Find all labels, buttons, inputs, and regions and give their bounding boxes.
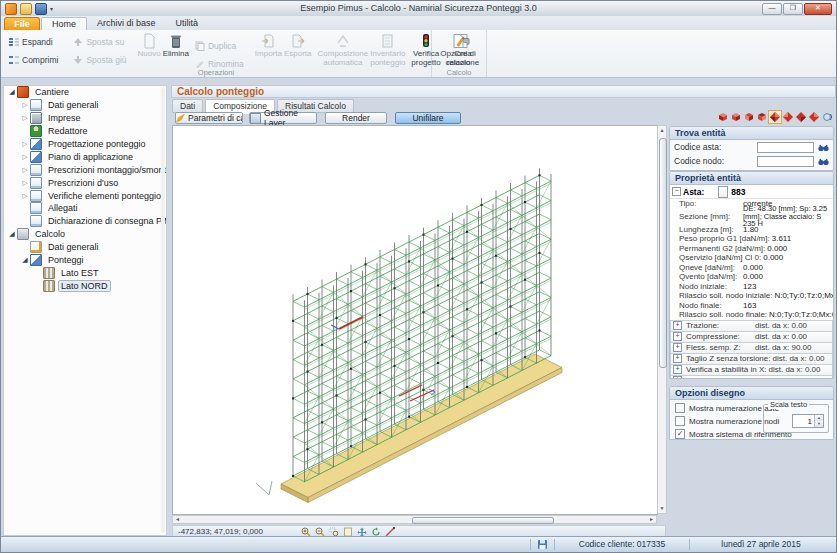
importa-button[interactable]: Importa	[254, 32, 283, 59]
composizione-automatica-button[interactable]: Composizione automatica	[317, 32, 370, 67]
tree-expander-icon[interactable]: ▷	[20, 153, 30, 161]
vertical-scrollbar[interactable]: ▲ ▼	[657, 125, 667, 514]
comprimi-button[interactable]: Comprimi	[5, 52, 62, 68]
elimina-button[interactable]: Elimina	[162, 32, 190, 59]
tree-expander-icon[interactable]: ▷	[20, 166, 30, 174]
tree-expander-icon[interactable]: ◢	[7, 230, 17, 238]
sposta-su-button[interactable]: Sposta su	[69, 34, 130, 50]
tab-dati[interactable]: Dati	[172, 99, 203, 113]
tab-utilita[interactable]: Utilità	[166, 17, 209, 30]
property-row[interactable]: Qneve [daN/m]:0.000	[670, 263, 833, 273]
tab-archivi-di-base[interactable]: Archivi di base	[87, 17, 166, 30]
codice-asta-input[interactable]	[757, 142, 814, 153]
search-binoculars-icon[interactable]	[818, 157, 829, 166]
tree-item-dichiarazione-di-consegna-pimus[interactable]: Dichiarazione di consegna PiMUS	[4, 215, 166, 228]
tree-item-prescrizioni-montaggio-smontaggio[interactable]: ▷Prescrizioni montaggio/smontaggio	[4, 163, 166, 176]
render-button[interactable]: Render	[325, 112, 387, 124]
property-row[interactable]: Rilascio soll. nodo iniziale:N:0;Ty:0;Tz…	[670, 291, 833, 301]
verification-row[interactable]: +Verifica a stabilità in X:dist. da x: 0…	[670, 365, 833, 376]
tree-item-calcolo[interactable]: ◢Calcolo	[4, 228, 166, 241]
verification-row[interactable]: +Fless. semp. Z:dist. da x: 90.00	[670, 343, 833, 354]
verification-row[interactable]: +Verifica a stabilità in Y:dist. da x: 0…	[670, 376, 833, 380]
drawing-canvas[interactable]	[172, 125, 658, 515]
tree-expander-icon[interactable]: ▷	[20, 140, 30, 148]
tree-expander-icon[interactable]: ◢	[7, 88, 17, 96]
expand-expander-icon[interactable]: +	[673, 321, 682, 330]
codice-nodo-input[interactable]	[757, 156, 814, 167]
scroll-right-icon[interactable]: ►	[647, 516, 656, 523]
zoom-in-icon[interactable]	[301, 527, 311, 537]
zoom-extents-icon[interactable]	[343, 527, 353, 537]
expand-expander-icon[interactable]: +	[673, 332, 682, 341]
view-cube-icon-3[interactable]	[743, 111, 755, 123]
checkbox-icon[interactable]	[675, 403, 685, 413]
expand-expander-icon[interactable]: +	[673, 343, 682, 352]
tab-home[interactable]: Home	[41, 17, 87, 30]
checkbox-checked-icon[interactable]: ✓	[675, 429, 685, 439]
property-row[interactable]: Permanenti G2 [daN/m]:0.000	[670, 244, 833, 254]
maximize-button[interactable]: ❐	[783, 3, 803, 15]
scroll-up-icon[interactable]: ▲	[658, 126, 666, 135]
property-row[interactable]: Qservizio [daN/m] Cl 0:0.000	[670, 253, 833, 263]
property-row[interactable]: Peso proprio G1 [daN/m]:3.611	[670, 234, 833, 244]
quick-access-dropdown-icon[interactable]: ▾	[50, 4, 53, 14]
view-cube-icon-4[interactable]	[756, 111, 768, 123]
horizontal-scrollbar[interactable]: ◄ ►	[172, 515, 657, 524]
close-button[interactable]: ✕	[804, 3, 832, 15]
view-diamond-icon-4[interactable]	[808, 111, 820, 123]
esporta-button[interactable]: Esporta	[283, 32, 313, 59]
rotate-view-icon[interactable]	[371, 527, 381, 537]
espandi-button[interactable]: Espandi	[5, 34, 62, 50]
tree-item-lato-nord[interactable]: Lato NORD	[4, 279, 166, 292]
property-row[interactable]: Qvento [daN/m]:0.000	[670, 272, 833, 282]
expand-expander-icon[interactable]: +	[673, 365, 682, 374]
gestione-layer-button[interactable]: Gestione Layer	[249, 112, 317, 124]
parametri-di-calcolo-button[interactable]: Parametri di calcolo	[175, 112, 243, 124]
sposta-giu-button[interactable]: Sposta giù	[69, 52, 130, 68]
file-tab[interactable]: File	[4, 17, 40, 31]
verification-row[interactable]: +Compressione:dist. da x: 0.00	[670, 332, 833, 343]
minimize-button[interactable]: —	[762, 3, 782, 15]
tree-expander-icon[interactable]: ▷	[20, 192, 30, 200]
view-diamond-icon-3[interactable]	[795, 111, 807, 123]
entity-row[interactable]: − Asta: 883	[670, 185, 833, 199]
view-cube-icon-2[interactable]	[730, 111, 742, 123]
inventario-ponteggio-button[interactable]: Inventario ponteggio	[369, 32, 406, 67]
property-row[interactable]: Sezione [mm]:DE: 48.30 [mm]; Sp: 3.25 [m…	[670, 209, 833, 225]
tree-item-progettazione-ponteggio[interactable]: ▷Progettazione ponteggio	[4, 138, 166, 151]
expand-expander-icon[interactable]: +	[673, 354, 682, 363]
tree-expander-icon[interactable]: ▷	[20, 101, 30, 109]
pan-icon[interactable]	[357, 527, 367, 537]
property-row[interactable]: Nodo iniziale:123	[670, 282, 833, 292]
horizontal-scroll-thumb[interactable]	[412, 517, 554, 524]
tree-item-cantiere[interactable]: ◢Cantiere	[4, 86, 166, 99]
tree-item-imprese[interactable]: ▷Imprese	[4, 112, 166, 125]
duplica-button[interactable]: Duplica	[191, 38, 248, 54]
tree-item-dati-generali[interactable]: Dati generali	[4, 241, 166, 254]
view-rotate-3d-icon[interactable]	[821, 111, 833, 123]
tree-item-verifiche-elementi-ponteggio[interactable]: ▷Verifiche elementi ponteggio	[4, 189, 166, 202]
tree-item-lato-est[interactable]: Lato EST	[4, 266, 166, 279]
tree-item-redattore[interactable]: Redattore	[4, 125, 166, 138]
spin-down-icon[interactable]: ▼	[815, 421, 823, 427]
app-icon[interactable]	[5, 3, 17, 15]
verification-row[interactable]: +Taglio Z senza torsione:dist. da x: 0.0…	[670, 354, 833, 365]
tree-expander-icon[interactable]: ▷	[20, 179, 30, 187]
view-diamond-icon-2[interactable]	[782, 111, 794, 123]
tree-item-ponteggi[interactable]: ◢Ponteggi	[4, 254, 166, 267]
open-icon[interactable]	[20, 3, 32, 15]
scroll-down-icon[interactable]: ▼	[658, 504, 666, 513]
scroll-left-icon[interactable]: ◄	[173, 516, 182, 523]
tree-item-piano-di-applicazione[interactable]: ▷Piano di applicazione	[4, 150, 166, 163]
zoom-out-icon[interactable]	[315, 527, 325, 537]
opzioni-di-calcolo-button[interactable]: Opzioni di calcolo	[435, 32, 481, 67]
tree-item-prescrizioni-d-uso[interactable]: ▷Prescrizioni d'uso	[4, 176, 166, 189]
tree-expander-icon[interactable]: ▷	[20, 114, 30, 122]
unifilare-button[interactable]: Unifilare	[395, 112, 461, 124]
view-cube-icon-1[interactable]	[717, 111, 729, 123]
nuovo-button[interactable]: Nuovo	[137, 32, 162, 59]
property-row[interactable]: Nodo finale:163	[670, 301, 833, 311]
expand-expander-icon[interactable]: +	[673, 376, 682, 379]
tree-scrollbar[interactable]	[161, 88, 165, 533]
measure-icon[interactable]	[385, 527, 395, 537]
